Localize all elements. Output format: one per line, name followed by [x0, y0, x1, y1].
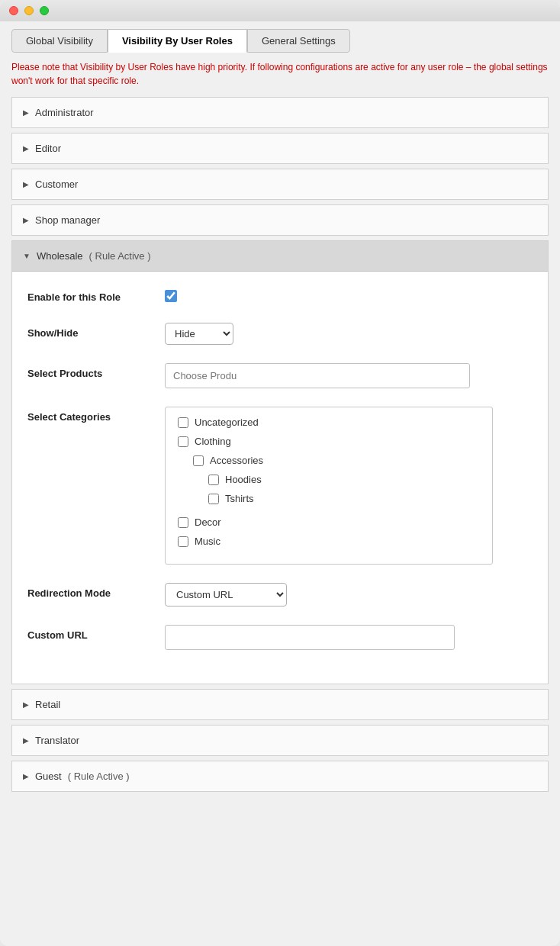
title-bar — [0, 0, 560, 21]
enable-control — [165, 287, 533, 304]
arrow-icon-translator: ▶ — [23, 736, 29, 745]
form-row-custom-url: Custom URL — [27, 625, 533, 650]
checkbox-decor[interactable] — [178, 517, 188, 528]
category-accessories: Accessories — [193, 455, 480, 466]
rule-active-badge-guest: ( Rule Active ) — [68, 771, 130, 782]
category-label-music: Music — [195, 536, 220, 547]
product-search-input[interactable] — [165, 363, 470, 388]
arrow-icon-editor: ▶ — [23, 144, 29, 153]
accordion-editor: ▶ Editor — [11, 133, 549, 164]
arrow-icon-retail: ▶ — [23, 700, 29, 709]
category-music: Music — [178, 536, 480, 547]
accordion-label-editor: Editor — [35, 143, 61, 154]
accordion-label-administrator: Administrator — [35, 107, 94, 118]
accordion-header-shop-manager[interactable]: ▶ Shop manager — [12, 205, 548, 235]
accordion-label-retail: Retail — [35, 699, 60, 710]
category-label-accessories: Accessories — [210, 455, 263, 466]
notice-text: Please note that Visibility by User Role… — [11, 60, 549, 88]
custom-url-label: Custom URL — [27, 625, 165, 641]
accordion-header-administrator[interactable]: ▶ Administrator — [12, 98, 548, 127]
tab-visibility-by-user-roles[interactable]: Visibility By User Roles — [108, 29, 247, 53]
redirection-mode-label: Redirection Mode — [27, 583, 165, 599]
accordion-header-retail[interactable]: ▶ Retail — [12, 690, 548, 719]
category-tshirts: Tshirts — [208, 493, 480, 504]
accordion-translator: ▶ Translator — [11, 725, 549, 756]
custom-url-control — [165, 625, 533, 650]
accordion-header-translator[interactable]: ▶ Translator — [12, 726, 548, 755]
accordion-label-shop-manager: Shop manager — [35, 214, 100, 226]
accordion-guest: ▶ Guest ( Rule Active ) — [11, 761, 549, 792]
checkbox-tshirts[interactable] — [208, 494, 219, 504]
enable-label: Enable for this Role — [27, 287, 165, 303]
checkbox-clothing[interactable] — [178, 436, 188, 447]
accordion-wholesale: ▼ Wholesale ( Rule Active ) Enable for t… — [11, 240, 549, 684]
category-hoodies: Hoodies — [208, 474, 480, 485]
tab-general-settings[interactable]: General Settings — [247, 29, 350, 53]
category-label-clothing: Clothing — [195, 436, 231, 447]
categories-box: Uncategorized Clothing Accessories — [165, 407, 493, 565]
custom-url-input[interactable] — [165, 625, 455, 650]
checkbox-hoodies[interactable] — [208, 475, 219, 485]
category-label-hoodies: Hoodies — [225, 474, 262, 485]
checkbox-music[interactable] — [178, 536, 188, 547]
accordion-label-guest: Guest — [35, 771, 62, 782]
form-row-show-hide: Show/Hide Hide Show — [27, 323, 533, 345]
form-row-enable: Enable for this Role — [27, 287, 533, 304]
arrow-icon-wholesale: ▼ — [23, 252, 31, 260]
close-button[interactable] — [9, 6, 18, 15]
accordion-header-customer[interactable]: ▶ Customer — [12, 169, 548, 199]
accordion-header-wholesale[interactable]: ▼ Wholesale ( Rule Active ) — [12, 241, 548, 272]
arrow-icon-administrator: ▶ — [23, 108, 29, 117]
accordion-body-wholesale: Enable for this Role Show/Hide Hide Show… — [12, 272, 548, 684]
rule-active-badge-wholesale: ( Rule Active ) — [89, 250, 151, 262]
maximize-button[interactable] — [40, 6, 49, 15]
accordion-shop-manager: ▶ Shop manager — [11, 204, 549, 236]
category-clothing: Clothing — [178, 436, 480, 447]
category-uncategorized: Uncategorized — [178, 417, 480, 428]
category-label-decor: Decor — [195, 516, 221, 528]
accordion-header-editor[interactable]: ▶ Editor — [12, 134, 548, 163]
select-products-control — [165, 363, 533, 388]
show-hide-select[interactable]: Hide Show — [165, 323, 233, 345]
accordion-label-wholesale: Wholesale — [37, 250, 83, 262]
form-row-categories: Select Categories Uncategorized Clothing — [27, 407, 533, 565]
app-window: Global Visibility Visibility By User Rol… — [0, 0, 560, 946]
enable-checkbox[interactable] — [165, 290, 177, 302]
select-categories-control: Uncategorized Clothing Accessories — [165, 407, 533, 565]
category-label-tshirts: Tshirts — [225, 493, 254, 504]
show-hide-label: Show/Hide — [27, 323, 165, 339]
select-products-label: Select Products — [27, 363, 165, 379]
accordion-label-customer: Customer — [35, 179, 78, 190]
tabs-bar: Global Visibility Visibility By User Rol… — [0, 21, 560, 53]
accordion-retail: ▶ Retail — [11, 689, 549, 720]
arrow-icon-shop-manager: ▶ — [23, 216, 29, 224]
arrow-icon-guest: ▶ — [23, 772, 29, 780]
show-hide-control: Hide Show — [165, 323, 533, 345]
category-label-uncategorized: Uncategorized — [195, 417, 259, 428]
accordion-label-translator: Translator — [35, 735, 79, 746]
redirection-mode-select[interactable]: Custom URL 404 Page Home Page — [165, 583, 287, 607]
redirection-mode-control: Custom URL 404 Page Home Page — [165, 583, 533, 607]
minimize-button[interactable] — [24, 6, 34, 15]
tab-global-visibility[interactable]: Global Visibility — [11, 29, 108, 53]
form-row-redirection-mode: Redirection Mode Custom URL 404 Page Hom… — [27, 583, 533, 607]
category-decor: Decor — [178, 516, 480, 528]
select-categories-label: Select Categories — [27, 407, 165, 423]
form-row-products: Select Products — [27, 363, 533, 388]
accordion-customer: ▶ Customer — [11, 169, 549, 200]
accordion-administrator: ▶ Administrator — [11, 97, 549, 128]
accordion-header-guest[interactable]: ▶ Guest ( Rule Active ) — [12, 761, 548, 791]
arrow-icon-customer: ▶ — [23, 180, 29, 188]
checkbox-uncategorized[interactable] — [178, 417, 188, 428]
checkbox-accessories[interactable] — [193, 455, 204, 466]
